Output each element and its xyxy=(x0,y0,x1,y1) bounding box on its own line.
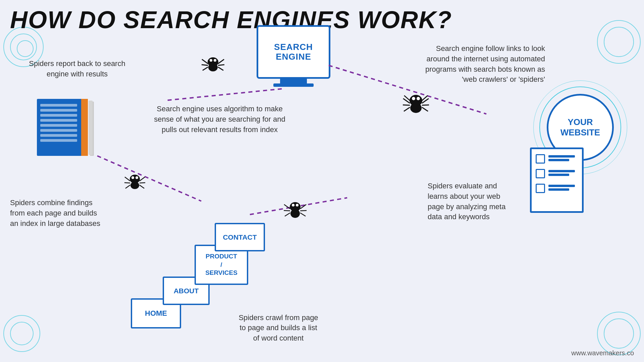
footer-url: www.wavemakers.co xyxy=(571,349,634,357)
svg-line-20 xyxy=(404,107,410,111)
svg-point-38 xyxy=(292,204,294,206)
page-title: HOW DO SEARCH ENGINES WORK? xyxy=(10,6,452,34)
svg-line-2 xyxy=(97,156,201,201)
search-engine-monitor: SEARCH ENGINE xyxy=(255,25,332,87)
svg-line-34 xyxy=(140,183,145,183)
nav-box-contact: CONTACT xyxy=(215,223,265,251)
svg-point-6 xyxy=(210,59,212,62)
svg-point-16 xyxy=(412,97,415,100)
svg-line-42 xyxy=(285,213,290,216)
annotation-crawl: Spiders crawl from page to page and buil… xyxy=(215,313,342,344)
svg-line-44 xyxy=(300,210,307,211)
svg-line-9 xyxy=(202,65,208,65)
svg-point-7 xyxy=(214,59,216,62)
svg-line-30 xyxy=(125,177,130,181)
svg-line-43 xyxy=(300,204,306,209)
svg-point-5 xyxy=(208,63,218,71)
spider-3 xyxy=(124,171,146,193)
svg-line-8 xyxy=(202,59,208,64)
svg-point-15 xyxy=(410,103,422,113)
svg-line-11 xyxy=(218,59,224,64)
svg-point-29 xyxy=(136,176,138,179)
monitor-label: SEARCH ENGINE xyxy=(274,42,313,61)
svg-line-40 xyxy=(284,204,290,209)
spider-1 xyxy=(201,52,225,75)
svg-line-45 xyxy=(300,213,306,216)
spider-2 xyxy=(402,90,429,117)
svg-point-28 xyxy=(131,176,134,179)
svg-line-0 xyxy=(164,89,282,101)
monitor-display: SEARCH ENGINE xyxy=(257,25,330,79)
annotation-combine: Spiders combine findings from each page … xyxy=(10,198,138,229)
svg-line-12 xyxy=(218,65,224,65)
spider-4 xyxy=(283,198,307,221)
svg-line-32 xyxy=(125,185,130,188)
svg-line-13 xyxy=(218,67,223,70)
svg-line-24 xyxy=(422,107,428,111)
monitor-stand xyxy=(280,79,307,83)
your-website-label: YOURWEBSITE xyxy=(560,117,600,138)
svg-point-17 xyxy=(417,97,420,100)
svg-line-31 xyxy=(124,183,130,183)
svg-line-35 xyxy=(140,185,144,188)
monitor-base xyxy=(273,83,314,87)
svg-line-23 xyxy=(422,105,429,105)
annotation-spiders-report: Spiders report back to search engine wit… xyxy=(20,59,134,79)
svg-line-33 xyxy=(140,177,145,181)
annotation-evaluate: Spiders evaluate and learns about your w… xyxy=(428,181,545,222)
svg-line-10 xyxy=(203,67,208,70)
annotation-algorithm: Search engine uses algorithm to make sen… xyxy=(144,104,295,135)
svg-point-27 xyxy=(130,182,139,189)
book-icon xyxy=(37,99,97,158)
svg-line-19 xyxy=(403,105,410,105)
svg-point-39 xyxy=(296,204,299,206)
svg-line-41 xyxy=(284,210,290,211)
annotation-crawlers: Search engine follow links to look aroun… xyxy=(397,44,545,85)
svg-point-37 xyxy=(290,209,300,218)
